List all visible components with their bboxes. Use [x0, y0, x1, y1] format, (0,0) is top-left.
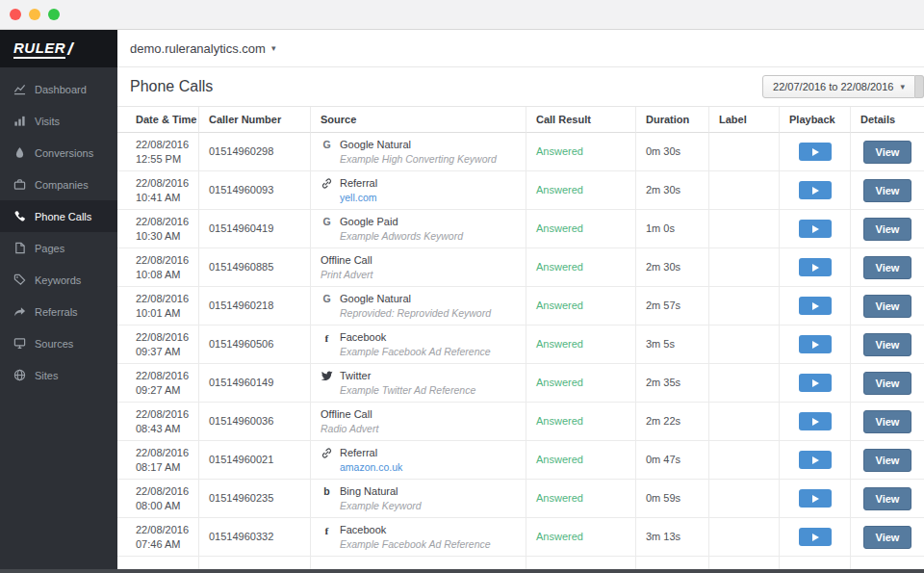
column-header-caller-number: Caller Number: [199, 107, 311, 133]
caller-number-cell: 01514960332: [199, 518, 311, 557]
play-button[interactable]: [799, 451, 832, 469]
play-button[interactable]: [799, 220, 832, 238]
play-icon: [812, 456, 819, 464]
view-button[interactable]: View: [863, 372, 912, 395]
playback-cell: [780, 248, 851, 287]
table-header: Date & Time Caller Number Source Call Re…: [117, 107, 924, 133]
close-window-icon[interactable]: [10, 9, 21, 20]
sidebar-item-keywords[interactable]: Keywords: [0, 264, 117, 296]
source-detail: Print Advert: [321, 268, 526, 282]
google-icon: [321, 215, 333, 228]
source-detail: Example Facebook Ad Reference: [340, 345, 526, 359]
caller-number-cell: 01514960885: [199, 248, 311, 287]
date-range-end-cap[interactable]: [915, 75, 924, 98]
call-result-cell: Answered: [526, 364, 636, 403]
view-button[interactable]: View: [863, 333, 912, 356]
play-button[interactable]: [799, 181, 832, 199]
facebook-icon: [321, 330, 333, 344]
details-cell: View: [851, 326, 924, 364]
play-button[interactable]: [799, 297, 832, 315]
source-cell: Google Natural Example High Converting K…: [311, 133, 526, 171]
main-content: demo.ruleranalytics.com ▾ Phone Calls 22…: [117, 30, 924, 573]
link-icon: [321, 446, 333, 459]
sidebar-item-referrals[interactable]: Referrals: [0, 296, 117, 327]
source-detail: Reprovided: Reprovided Keyword: [340, 306, 526, 321]
view-button[interactable]: View: [863, 526, 912, 549]
zoom-window-icon[interactable]: [48, 9, 60, 20]
window-bottom-edge: [0, 569, 924, 573]
domain-selector[interactable]: demo.ruleranalytics.com ▾: [130, 41, 275, 56]
duration-cell: 3m 5s: [636, 326, 709, 364]
label-cell: [709, 364, 780, 403]
source-detail: Example Keyword: [340, 499, 526, 513]
droplet-icon: [13, 146, 26, 159]
date-range-button[interactable]: 22/07/2016 to 22/08/2016 ▾: [762, 75, 915, 98]
play-icon: [812, 341, 819, 349]
referral-link[interactable]: yell.com: [340, 191, 526, 205]
duration-cell: 2m 22s: [636, 403, 709, 441]
label-cell: [709, 326, 780, 364]
view-button[interactable]: View: [863, 179, 912, 202]
play-button[interactable]: [799, 335, 832, 353]
play-icon: [812, 534, 819, 541]
label-cell: [709, 210, 780, 248]
view-button[interactable]: View: [863, 256, 912, 279]
playback-cell: [780, 518, 851, 557]
table-row: 22/08/201612:55 PM 01514960298 Google Na…: [117, 133, 924, 171]
sidebar-item-phone-calls[interactable]: Phone Calls: [0, 200, 117, 232]
sidebar-item-conversions[interactable]: Conversions: [0, 137, 117, 169]
view-button[interactable]: View: [863, 218, 912, 241]
caller-number-cell: 01514960021: [199, 441, 311, 480]
sidebar-item-dashboard[interactable]: Dashboard: [0, 73, 117, 105]
sidebar-item-label: Keywords: [35, 274, 81, 286]
table-row: 22/08/201609:27 AM 01514960149 Twitter E…: [117, 364, 924, 403]
details-cell: View: [851, 248, 924, 287]
bar-chart-icon: [13, 115, 26, 127]
view-button[interactable]: View: [863, 295, 912, 318]
play-button[interactable]: [799, 374, 832, 392]
duration-cell: 2m 30s: [636, 248, 709, 287]
details-cell: View: [851, 403, 924, 441]
chevron-down-icon: ▾: [271, 43, 276, 53]
play-button[interactable]: [799, 143, 832, 161]
view-button[interactable]: View: [863, 141, 912, 164]
briefcase-icon: [13, 178, 26, 191]
sidebar-item-sites[interactable]: Sites: [0, 359, 117, 391]
sidebar-item-label: Phone Calls: [35, 211, 91, 222]
play-icon: [812, 264, 819, 272]
play-button[interactable]: [799, 528, 832, 546]
date-time-cell: 22/08/201609:37 AM: [117, 326, 199, 364]
play-button[interactable]: [799, 412, 832, 430]
date-time-cell: 22/08/201610:41 AM: [117, 171, 199, 210]
label-cell: [709, 287, 780, 326]
view-button[interactable]: View: [863, 487, 912, 510]
table-row: 22/08/201609:37 AM 01514960506 Facebook …: [117, 326, 924, 364]
monitor-icon: [13, 337, 26, 350]
details-cell: View: [851, 480, 924, 518]
source-detail: Example Adwords Keyword: [340, 229, 526, 244]
play-button[interactable]: [799, 489, 832, 508]
play-button[interactable]: [799, 258, 832, 276]
view-button[interactable]: View: [863, 449, 912, 472]
duration-cell: 1m 0s: [636, 210, 709, 248]
sidebar-item-companies[interactable]: Companies: [0, 169, 117, 200]
source-cell: Twitter Example Twitter Ad Reference: [311, 364, 526, 403]
table-row: 22/08/201610:41 AM 01514960093 Referral …: [117, 171, 924, 210]
sidebar-item-sources[interactable]: Sources: [0, 327, 117, 359]
table-row: 22/08/201610:01 AM 01514960218 Google Na…: [117, 287, 924, 326]
referral-link[interactable]: amazon.co.uk: [340, 460, 526, 475]
sidebar-item-pages[interactable]: Pages: [0, 232, 117, 264]
title-bar: Phone Calls 22/07/2016 to 22/08/2016 ▾: [117, 67, 924, 106]
view-button[interactable]: View: [863, 410, 912, 433]
source-cell: Offline Call Radio Advert: [311, 403, 526, 441]
label-cell: [709, 133, 780, 171]
date-range-label: 22/07/2016 to 22/08/2016: [773, 81, 893, 92]
minimize-window-icon[interactable]: [29, 9, 40, 20]
date-time-cell: 22/08/201610:08 AM: [117, 248, 199, 287]
date-time-cell: 22/08/201612:55 PM: [117, 133, 199, 171]
source-cell: Referral amazon.co.uk: [311, 441, 526, 480]
caller-number-cell: 01514960235: [199, 480, 311, 518]
playback-cell: [780, 441, 851, 480]
sidebar-item-visits[interactable]: Visits: [0, 105, 117, 137]
sidebar-item-label: Sites: [35, 370, 58, 381]
